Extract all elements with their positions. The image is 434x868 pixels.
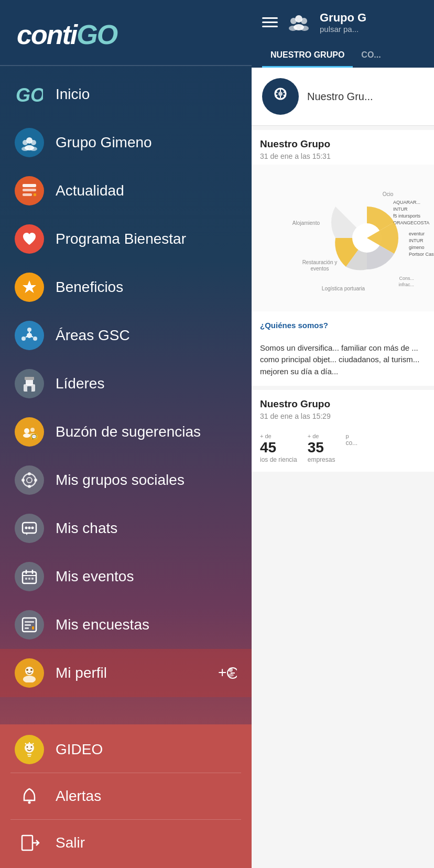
post-card-1: Nuestro Grupo 31 de ene a las 15:31 AQUA… [252,130,434,386]
sidebar-item-label-actualidad: Actualidad [56,182,124,199]
group-info-card: Nuestro Gru... [252,68,434,126]
stat-item-3: p co... [345,433,357,463]
tab-nuestro-grupo[interactable]: NUESTRO GRUPO [262,44,353,68]
sidebar-item-beneficios[interactable]: Beneficios [0,263,252,311]
svg-rect-10 [34,193,36,196]
svg-rect-22 [27,386,31,392]
actualidad-icon [15,176,44,205]
mis-eventos-icon [15,562,44,591]
svg-text:Portsor Cast...: Portsor Cast... [409,252,434,257]
svg-point-64 [27,746,28,748]
tabs-bar: NUESTRO GRUPO CO... [262,44,424,68]
stats-row: + de 45 ios de riencia + de 35 empresas … [252,425,434,472]
sidebar-item-label-areas-gsc: Áreas GSC [56,327,130,344]
header-group-title: Grupo G [320,11,366,25]
mis-chats-icon [15,514,44,543]
svg-point-6 [30,147,37,151]
mi-perfil-icon [15,658,44,688]
svg-point-25 [23,433,30,438]
svg-point-29 [23,474,36,486]
sidebar-item-label-alertas: Alertas [56,788,101,805]
svg-point-81 [278,92,283,96]
svg-text:💬: 💬 [31,434,37,439]
svg-point-5 [21,147,29,151]
post-2-header: Nuestro Grupo 31 de ene a las 15:29 [252,390,434,425]
svg-line-17 [31,337,33,337]
stat-2-value: 35 [308,439,335,456]
sidebar-item-gideo[interactable]: GIDEO [0,726,252,773]
sidebar-item-inicio[interactable]: GO Inicio [0,70,252,118]
stat-item-2: + de 35 empresas [308,433,335,463]
logo-area: contiGO [0,0,252,66]
sidebar-item-areas-gsc[interactable]: Áreas GSC [0,311,252,360]
post-1-chart: AQUARAR... INTUR f5 intursports ORANGECO… [252,165,434,311]
sidebar-item-buzon[interactable]: 💬 Buzón de sugerencias [0,408,252,456]
grupo-gimeno-icon [15,128,44,157]
post-1-body-text: Somos un diversifica... familiar con más… [252,340,434,386]
svg-rect-9 [23,193,32,196]
svg-point-34 [34,479,37,482]
svg-point-33 [21,479,25,482]
svg-point-54 [26,669,28,671]
svg-point-37 [28,527,31,529]
svg-text:ORANGECOSTA: ORANGECOSTA [393,220,429,225]
sidebar-item-actualidad[interactable]: Actualidad [0,167,252,215]
lideres-icon [15,369,44,398]
svg-point-14 [33,337,37,341]
sidebar-item-label-mis-chats: Mis chats [56,520,117,537]
sidebar-item-label-mis-encuestas: Mis encuestas [56,616,149,633]
sidebar-item-label-gideo: GIDEO [56,741,103,758]
right-content: Nuestro Gru... Nuestro Grupo 31 de ene a… [252,68,434,868]
sidebar-item-mis-grupos-sociales[interactable]: Mis grupos sociales [0,456,252,504]
stat-1-value: 45 [260,439,297,456]
svg-text:Restauración y: Restauración y [302,259,338,265]
post-2-title: Nuestro Grupo [260,398,426,410]
svg-point-60 [227,674,234,677]
svg-rect-7 [23,184,36,187]
svg-point-61 [25,743,34,753]
svg-rect-51 [32,626,34,630]
svg-point-23 [24,428,29,433]
hamburger-button[interactable] [262,17,278,27]
group-avatar [262,78,299,115]
sidebar-item-label-bienestar: Programa Bienestar [56,231,186,247]
sidebar-footer: GIDEO Alertas [0,724,252,868]
add-profile-icon[interactable]: + [218,661,237,685]
sidebar-item-label-mis-eventos: Mis eventos [56,568,134,585]
post-card-2: Nuestro Grupo 31 de ene a las 15:29 + de… [252,390,434,472]
sidebar-item-mis-encuestas[interactable]: Mis encuestas [0,601,252,649]
who-we-are-title: ¿Quiénes somos? [260,321,328,330]
stat-2-desc: empresas [308,456,335,463]
sidebar-item-bienestar[interactable]: Programa Bienestar [0,215,252,263]
tab-co[interactable]: CO... [353,44,389,68]
sidebar-item-lideres[interactable]: Líderes [0,360,252,408]
svg-text:Ocio: Ocio [383,191,394,197]
sidebar-item-mi-perfil[interactable]: Mi perfil + [0,649,252,697]
svg-point-12 [27,333,32,338]
sidebar-item-grupo-gimeno[interactable]: Grupo Gimeno [0,118,252,167]
nav-menu: GO Inicio Grupo Gimeno [0,66,252,724]
gideo-icon [15,735,44,764]
svg-point-2 [23,140,28,145]
svg-text:eventur: eventur [409,231,425,236]
sidebar-item-label-mis-grupos-sociales: Mis grupos sociales [56,472,185,489]
sidebar-item-salir[interactable]: Salir [0,820,252,866]
sidebar: contiGO GO Inicio [0,0,252,868]
svg-point-74 [290,18,297,24]
svg-point-24 [30,428,35,432]
sidebar-item-mis-chats[interactable]: Mis chats [0,504,252,552]
svg-rect-71 [22,836,32,850]
sidebar-item-mis-eventos[interactable]: Mis eventos [0,552,252,601]
sidebar-item-alertas[interactable]: Alertas [0,773,252,819]
svg-rect-50 [25,627,29,629]
svg-point-31 [28,472,31,475]
app-logo: contiGO [17,19,235,50]
svg-marker-39 [26,533,28,535]
go-icon: GO [15,80,44,109]
svg-point-55 [30,669,32,671]
stat-1-label-top: + de [260,433,297,439]
right-panel: Grupo G pulsar pa... NUESTRO GRUPO CO... [252,0,434,868]
svg-text:infrac...: infrac... [398,282,414,287]
sidebar-item-label-buzon: Buzón de sugerencias [56,424,201,440]
svg-point-38 [31,527,34,529]
